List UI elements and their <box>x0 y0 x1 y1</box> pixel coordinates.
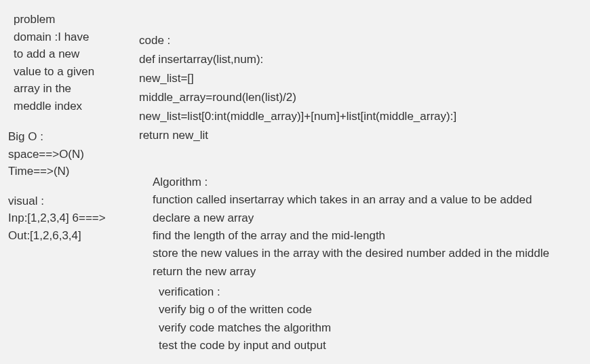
problem-domain-block: problem domain :I have to add a new valu… <box>14 11 120 115</box>
visual-line: Inp:[1,2,3,4] 6===> <box>8 209 120 227</box>
code-line: new_list=list[0:int(middle_array)]+[num]… <box>139 107 573 126</box>
verification-block: verification : verify big o of the writt… <box>159 283 566 355</box>
problem-line: array in the <box>14 80 120 98</box>
verif-line: verify big o of the written code <box>159 301 566 319</box>
code-line: return new_lit <box>139 126 573 145</box>
problem-line: to add a new <box>14 45 120 63</box>
left-column: problem domain :I have to add a new valu… <box>8 11 120 244</box>
bigo-block: Big O : space==>O(N) Time==>(N) <box>8 128 120 180</box>
algo-line: return the new array <box>153 263 573 281</box>
code-line: new_list=[] <box>139 69 573 88</box>
bigo-line: Big O : <box>8 128 120 146</box>
code-line: def insertarray(list,num): <box>139 50 573 69</box>
problem-line: value to a given <box>14 63 120 81</box>
problem-line: meddle index <box>14 98 120 115</box>
problem-line: problem <box>14 11 120 28</box>
visual-line: visual : <box>8 193 120 210</box>
code-line: middle_array=round(len(list)/2) <box>139 88 573 107</box>
verif-line: test the code by input and output <box>159 337 566 355</box>
code-block: code : def insertarray(list,num): new_li… <box>139 31 573 145</box>
visual-line: Out:[1,2,6,3,4] <box>8 227 120 245</box>
algo-line: declare a new array <box>153 209 573 227</box>
problem-line: domain :I have <box>14 28 120 46</box>
algo-line: find the length of the array and the mid… <box>153 227 573 245</box>
visual-block: visual : Inp:[1,2,3,4] 6===> Out:[1,2,6,… <box>8 193 120 245</box>
bigo-line: space==>O(N) <box>8 146 120 163</box>
algorithm-block: Algorithm : function called insertarray … <box>153 174 573 281</box>
bigo-line: Time==>(N) <box>8 163 120 180</box>
algo-line: function called insertarray which takes … <box>153 191 573 209</box>
code-line: code : <box>139 31 573 50</box>
algo-line: Algorithm : <box>153 174 573 191</box>
verif-line: verify code matches the algorithm <box>159 319 566 337</box>
verif-line: verification : <box>159 283 566 301</box>
algo-line: store the new values in the array with t… <box>153 245 573 262</box>
